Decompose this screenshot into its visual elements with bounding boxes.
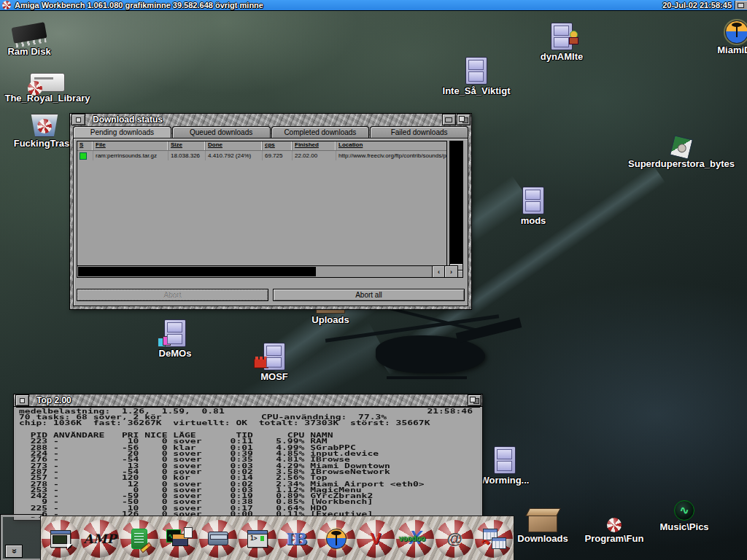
icon-label: DeMOs <box>159 348 192 359</box>
notepad-icon <box>131 529 147 549</box>
download-window-content: SFileSizeDonecpsFinishedLocation ram:per… <box>73 138 468 306</box>
dock-item-miami[interactable] <box>317 516 356 560</box>
mods-icon <box>522 188 544 214</box>
screen-titlebar: Amiga Workbench 1.061.080 grafikminne 39… <box>0 0 747 11</box>
column-header-done[interactable]: Done <box>206 141 263 150</box>
dock-item-media-viewer[interactable]: ∿∿ <box>159 516 198 560</box>
cell-size: 18.038.326 <box>169 151 206 160</box>
program-fun-icon <box>607 506 622 532</box>
icon-label: Ram Disk <box>7 46 50 57</box>
demos-icon <box>164 321 186 347</box>
icon-label: MOSF <box>260 371 288 382</box>
email-icon: @ <box>446 529 462 548</box>
top-window: Top 2.00 medelbelastning: 1.26, 1.59, 0.… <box>13 394 483 521</box>
column-header-size[interactable]: Size <box>169 141 206 150</box>
dock-item-shell[interactable]: 1> <box>238 516 277 560</box>
miamidx-icon <box>725 18 747 44</box>
dynamite-icon <box>551 24 573 50</box>
scrollbar-knob[interactable] <box>78 267 316 276</box>
dock-item-notepad[interactable] <box>120 516 159 560</box>
desktop-icon-superduperstora-bytes[interactable]: Superduperstora_bytes <box>626 131 737 169</box>
desktop-icon-demos[interactable]: DeMOs <box>150 321 200 359</box>
process-table: PID ANVÄNDARE PRI NICE LÄGE TID CPU NAMN… <box>19 432 480 518</box>
dock-item-email[interactable]: @ <box>435 516 474 560</box>
dock-item-voodoo-x[interactable]: Xvoodoo <box>395 516 435 560</box>
inte-sa-viktigt-icon <box>465 58 487 85</box>
column-header-location[interactable]: Location <box>336 141 447 150</box>
desktop-icon-inte-sa-viktigt[interactable]: Inte_Så_Viktigt <box>440 58 513 96</box>
ram-disk-icon <box>12 19 46 45</box>
mosf-icon <box>263 344 285 370</box>
wallet-icon <box>208 532 228 545</box>
desktop-icon-ram-disk[interactable]: Ram Disk <box>3 19 55 57</box>
screen-clock: 20-Jul-02 21:58:45 <box>662 1 732 9</box>
desktop-icon-music-pics[interactable]: ∿Music\Pics <box>655 494 713 532</box>
download-tabs: Pending downloadsQueued downloadsComplet… <box>73 126 468 138</box>
horizontal-scrollbar[interactable] <box>77 265 433 278</box>
desktop-icon-mosf[interactable]: MOSF <box>248 344 301 382</box>
desktop-icon-downloads[interactable]: Downloads <box>512 506 573 544</box>
cell-cps: 69.725 <box>263 151 293 160</box>
download-row[interactable]: ram:perrinsounds.tar.gz18.038.3264.410.7… <box>77 151 446 160</box>
status-indicator <box>80 152 87 160</box>
depth-gadget[interactable] <box>457 114 471 125</box>
desktop-icon-program-fun[interactable]: Program\Fun <box>580 506 649 544</box>
dock-item-ibrowse[interactable]: IB <box>277 516 317 560</box>
superduperstora-bytes-icon <box>672 131 691 158</box>
top-window-title: Top 2.00 <box>36 395 71 405</box>
tab-queued-downloads[interactable]: Queued downloads <box>172 126 271 138</box>
boing-ball-icon <box>2 1 11 9</box>
dock-item-voyager[interactable]: V <box>356 516 395 560</box>
scroll-right-gadget[interactable]: › <box>444 265 458 278</box>
dock-item-calendar[interactable]: ↷ <box>474 516 514 560</box>
icon-label: Program\Fun <box>585 533 644 544</box>
iconify-gadget[interactable] <box>442 114 456 125</box>
tab-pending-downloads[interactable]: Pending downloads <box>73 126 171 138</box>
downloads-listview: SFileSizeDonecpsFinishedLocation ram:per… <box>77 141 447 276</box>
tab-failed-downloads[interactable]: Failed downloads <box>370 126 468 138</box>
desktop-icon-the-royal-library[interactable]: The_Royal_Library <box>7 66 88 104</box>
memory-line: chip: 1036K fast: 36267K virtuellt: OK t… <box>19 420 480 426</box>
calendar-icon: ↷ <box>481 529 506 549</box>
cell-file: ram:perrinsounds.tar.gz <box>93 151 169 160</box>
screen-depth-gadget[interactable] <box>735 1 747 9</box>
icon-label: The_Royal_Library <box>4 93 90 104</box>
top-window-titlebar[interactable]: Top 2.00 <box>14 394 482 407</box>
desktop-icon-dynamite[interactable]: dynAMIte <box>533 24 591 62</box>
expand-gadget[interactable]: « <box>5 545 23 558</box>
icon-label: Music\Pics <box>659 521 708 532</box>
close-gadget[interactable] <box>15 394 29 406</box>
top-clock: 21:58:46 <box>427 408 473 414</box>
abort-all-button[interactable]: Abort all <box>273 289 465 301</box>
column-header-s[interactable]: S <box>77 141 93 150</box>
amp-icon: AMP <box>84 532 117 546</box>
downloads-icon <box>528 506 557 532</box>
depth-gadget[interactable] <box>468 394 481 406</box>
dock-item-movie-player[interactable] <box>41 516 80 560</box>
column-header-file[interactable]: File <box>93 141 169 150</box>
cell-done: 4.410.792 (24%) <box>206 151 263 160</box>
column-header-cps[interactable]: cps <box>263 141 293 150</box>
music-pics-icon: ∿ <box>674 494 694 521</box>
media-viewer-icon: ∿∿ <box>166 529 191 548</box>
column-header-finished[interactable]: Finished <box>293 141 336 150</box>
dock-item-wallet[interactable] <box>198 516 238 560</box>
listview-header: SFileSizeDonecpsFinishedLocation <box>77 141 446 151</box>
desktop-icon-mods[interactable]: mods <box>511 188 556 226</box>
dock-item-amp[interactable]: AMP <box>80 516 120 560</box>
desktop-icon-worming[interactable]: Worming... <box>474 448 535 486</box>
screen-title: Amiga Workbench 1.061.080 grafikminne 39… <box>15 1 263 9</box>
download-status-window: Download status Pending downloadsQueued … <box>69 113 472 310</box>
download-window-title: Download status <box>93 114 163 125</box>
icon-label: Worming... <box>481 475 530 486</box>
vertical-scrollbar[interactable] <box>449 141 463 265</box>
download-window-titlebar[interactable]: Download status <box>70 114 471 125</box>
close-gadget[interactable] <box>71 114 85 125</box>
tab-completed-downloads[interactable]: Completed downloads <box>271 126 370 138</box>
cell-finished: 22.02.00 <box>293 151 336 160</box>
abort-button[interactable]: Abort <box>77 289 268 301</box>
desktop-icon-miamidx[interactable]: MiamiDx <box>715 18 747 55</box>
fuckingtrash-icon <box>30 111 59 137</box>
movie-player-icon <box>50 530 71 548</box>
iconified-window[interactable]: « <box>0 514 43 560</box>
